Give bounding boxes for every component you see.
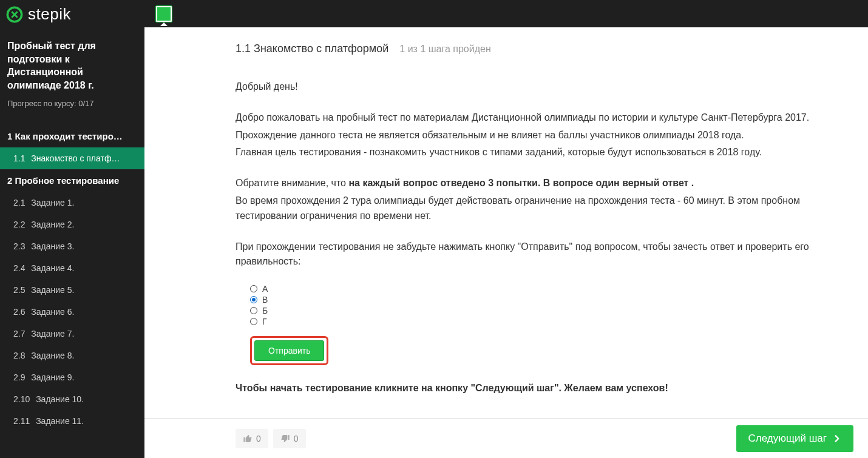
- quiz-option: Б: [250, 306, 844, 315]
- sidebar-item-2.7[interactable]: 2.7 Задание 7.: [0, 323, 144, 345]
- lesson-content: 1.1 Знакомство с платформой 1 из 1 шага …: [144, 28, 868, 458]
- radio-selected-icon: [250, 296, 257, 303]
- quiz-option-label: В: [262, 295, 268, 305]
- nav-item-number: 2.4: [13, 263, 25, 273]
- nav-item-number: 2.8: [13, 351, 25, 360]
- stepik-logo-icon: [6, 6, 23, 23]
- submit-hint: При прохождении тестирования не забудьте…: [236, 240, 844, 270]
- greeting: Добрый день!: [236, 79, 844, 95]
- like-count: 0: [256, 434, 261, 443]
- lesson-title: 1.1 Знакомство с платформой: [236, 42, 388, 55]
- sidebar-item-2.1[interactable]: 2.1 Задание 1.: [0, 192, 144, 214]
- sidebar-item-2.8[interactable]: 2.8 Задание 8.: [0, 345, 144, 366]
- like-button[interactable]: 0: [236, 429, 268, 448]
- section-header[interactable]: 2 Пробное тестирование: [0, 169, 144, 192]
- course-progress: Прогресс по курсу: 0/17: [7, 99, 137, 108]
- example-quiz: АВБГОтправить: [236, 280, 844, 365]
- nav-item-title: Задание 11.: [33, 416, 84, 426]
- nav-item-title: Задание 6.: [29, 307, 74, 317]
- section-header[interactable]: 1 Как проходит тестиро…: [0, 125, 144, 147]
- nav-item-number: 2.7: [13, 329, 25, 338]
- chevron-right-icon: [833, 433, 841, 444]
- intro-line-2: Прохождение данного теста не является об…: [236, 128, 844, 143]
- nav-item-number: 2.10: [13, 394, 30, 404]
- thumbs-down-icon: [280, 434, 290, 443]
- quiz-option: А: [250, 284, 844, 294]
- quiz-option-label: Б: [262, 306, 268, 315]
- nav-item-title: Задание 8.: [29, 351, 74, 360]
- nav-item-title: Задание 1.: [29, 198, 74, 207]
- nav-item-title: Задание 2.: [29, 220, 74, 229]
- nav-item-number: 2.11: [13, 416, 30, 426]
- radio-empty-icon: [250, 285, 257, 292]
- nav-item-number: 2.1: [13, 198, 25, 207]
- nav-item-number: 2.9: [13, 372, 25, 382]
- note-line: Обратите внимание, что на каждый вопрос …: [236, 176, 844, 191]
- nav-item-title: Задание 10.: [33, 394, 84, 404]
- nav-item-number: 1.1: [13, 153, 25, 163]
- nav-item-title: Знакомство с платф…: [29, 153, 120, 163]
- dislike-count: 0: [294, 434, 299, 443]
- example-submit-button: Отправить: [254, 340, 324, 361]
- sidebar: stepik Пробный тест для подготовки к Дис…: [0, 0, 144, 458]
- next-step-button[interactable]: Следующий шаг: [736, 425, 853, 452]
- quiz-option-label: А: [262, 284, 268, 294]
- sidebar-item-2.4[interactable]: 2.4 Задание 4.: [0, 257, 144, 279]
- nav-item-title: Задание 9.: [29, 372, 74, 382]
- brand-logo[interactable]: stepik: [0, 0, 144, 27]
- course-header: Пробный тест для подготовки к Дистанцион…: [0, 27, 144, 114]
- next-step-label: Следующий шаг: [748, 433, 827, 445]
- sidebar-item-2.2[interactable]: 2.2 Задание 2.: [0, 214, 144, 235]
- sidebar-item-2.9[interactable]: 2.9 Задание 9.: [0, 366, 144, 388]
- nav-item-number: 2.6: [13, 307, 25, 317]
- nav-item-number: 2.5: [13, 285, 25, 295]
- quiz-option: Г: [250, 317, 844, 326]
- nav-item-number: 2.2: [13, 220, 25, 229]
- quiz-option-label: Г: [262, 317, 267, 326]
- nav-item-title: Задание 5.: [29, 285, 74, 295]
- radio-empty-icon: [250, 318, 257, 325]
- nav-item-title: Задание 4.: [29, 263, 74, 273]
- sidebar-item-2.10[interactable]: 2.10 Задание 10.: [0, 388, 144, 410]
- submit-highlight-box: Отправить: [250, 336, 328, 365]
- lesson-header: 1.1 Знакомство с платформой 1 из 1 шага …: [236, 42, 844, 55]
- course-nav: 1 Как проходит тестиро…1.1 Знакомство с …: [0, 125, 144, 432]
- intro-line-3: Главная цель тестирования - познакомить …: [236, 145, 844, 160]
- start-instruction: Чтобы начать тестирование кликните на кн…: [236, 381, 844, 396]
- step-bar: [144, 0, 868, 27]
- brand-name: stepik: [28, 5, 71, 24]
- intro-line-1: Добро пожаловать на пробный тест по мате…: [236, 110, 844, 126]
- sidebar-item-1.1[interactable]: 1.1 Знакомство с платф…: [0, 147, 144, 169]
- step-pill-1[interactable]: [155, 5, 172, 22]
- nav-item-number: 2.3: [13, 241, 25, 251]
- time-line: Во время прохождения 2 тура олимпиады бу…: [236, 194, 844, 224]
- sidebar-item-2.3[interactable]: 2.3 Задание 3.: [0, 235, 144, 257]
- step-progress-text: 1 из 1 шага пройден: [399, 44, 490, 55]
- sidebar-item-2.11[interactable]: 2.11 Задание 11.: [0, 410, 144, 432]
- course-title[interactable]: Пробный тест для подготовки к Дистанцион…: [7, 39, 137, 92]
- quiz-option: В: [250, 295, 844, 305]
- lesson-body: Добрый день! Добро пожаловать на пробный…: [236, 79, 844, 396]
- thumbs-up-icon: [243, 434, 253, 443]
- main-area: 1.1 Знакомство с платформой 1 из 1 шага …: [144, 0, 868, 458]
- lesson-footer: 0 0 Следующий шаг: [144, 418, 868, 458]
- radio-empty-icon: [250, 307, 257, 314]
- nav-item-title: Задание 7.: [29, 329, 74, 338]
- dislike-button[interactable]: 0: [273, 429, 306, 448]
- nav-item-title: Задание 3.: [29, 241, 74, 251]
- sidebar-item-2.5[interactable]: 2.5 Задание 5.: [0, 279, 144, 301]
- sidebar-item-2.6[interactable]: 2.6 Задание 6.: [0, 301, 144, 323]
